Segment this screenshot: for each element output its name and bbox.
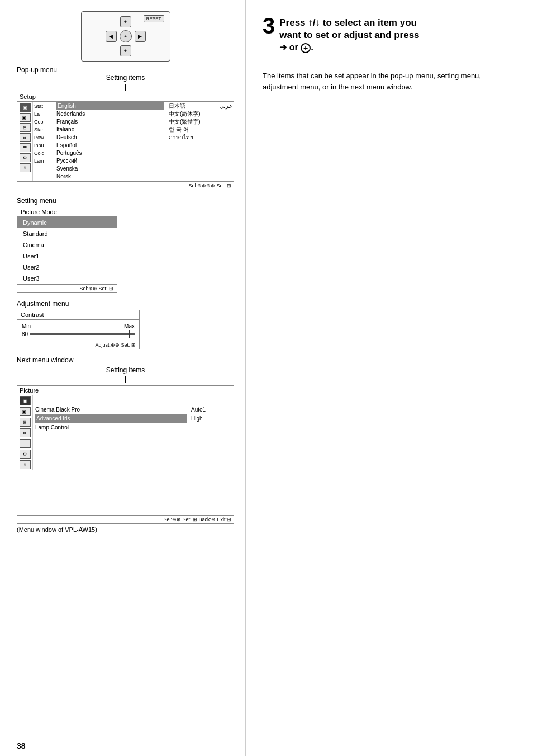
popup-menu-arabic: عربي: [206, 102, 234, 181]
step-body: The items that can be set appear in the …: [263, 70, 516, 92]
nm-icon-cursor: ⚙: [20, 450, 31, 459]
lang-chinese-traditional: 中文(繁體字): [169, 118, 203, 126]
adjustment-menu-body: Min Max 80: [17, 320, 139, 341]
popup-menu-content: ▣ ▣! ⊞ ⇔ ☰ ⚙ ℹ Stat La Coo Star Pow Inpu…: [17, 102, 234, 181]
heading-line1: Press ↑/↓ to select an item you: [279, 17, 417, 28]
setting-menu-footer: Sel:⊕⊕ Set: ⊞: [17, 284, 117, 292]
label-lam: Lam: [34, 157, 53, 165]
remote-box: RESET + ◀ + ▶ +: [81, 11, 170, 62]
icon-color: ☰: [20, 143, 31, 152]
popup-menu-items: English Nederlands Français Italiano Deu…: [54, 102, 166, 181]
setting-menu: Picture Mode Dynamic Standard Cinema Use…: [17, 207, 117, 293]
sm-item-user2: User2: [17, 262, 117, 273]
nm-icon-info: ℹ: [20, 460, 31, 469]
setting-items-indicator: [17, 84, 234, 91]
lang-english: English: [56, 102, 164, 110]
sm-item-standard: Standard: [17, 228, 117, 239]
label-cold: Cold: [34, 149, 53, 157]
heading-line2: want to set or adjust and press: [279, 30, 419, 40]
slider-value: 80: [22, 331, 28, 337]
nm-icon-picture2: ▣!: [20, 407, 31, 416]
nm-value-lamp-control: High: [191, 414, 231, 423]
popup-menu-right-langs: 日本語 中文(简体字) 中文(繁體字) 한 국 어 ภาษาไทย: [166, 102, 206, 181]
slider-track: [30, 333, 135, 335]
nm-icon-input: ⇔: [20, 428, 31, 437]
heading-period: .: [311, 42, 313, 53]
setting-menu-header: Picture Mode: [17, 207, 117, 217]
sm-item-cinema: Cinema: [17, 239, 117, 251]
nm-item-advanced-iris: Advanced Iris: [35, 414, 187, 423]
next-setting-items-label: Setting items: [17, 366, 234, 374]
max-label: Max: [124, 323, 135, 329]
dpad-center[interactable]: +: [120, 30, 132, 42]
slider-thumb: [129, 330, 130, 338]
next-menu-values: Auto1 High: [189, 395, 234, 470]
icon-input: ⇔: [20, 133, 31, 142]
popup-menu-icons: ▣ ▣! ⊞ ⇔ ☰ ⚙ ℹ: [17, 102, 33, 181]
sm-item-user3: User3: [17, 273, 117, 284]
next-menu-header: Picture: [17, 386, 234, 395]
dpad-up[interactable]: +: [120, 16, 131, 27]
label-coo: Coo: [34, 118, 53, 126]
next-menu-footer: Sel:⊕⊕ Set: ⊞ Back:⊕ Exit:⊞: [17, 515, 234, 523]
lang-arabic: عربي: [207, 102, 232, 110]
lang-norsk: Norsk: [56, 173, 164, 181]
lang-francais: Français: [56, 118, 164, 126]
remote-diagram: RESET + ◀ + ▶ +: [17, 11, 234, 62]
slider-row: 80: [22, 331, 135, 337]
setup-label: Setup: [20, 93, 36, 100]
step-number: 3: [263, 15, 275, 37]
adjustment-menu-header: Contrast: [17, 310, 139, 320]
min-label: Min: [22, 323, 31, 329]
right-column: 3 Press ↑/↓ to select an item you want t…: [246, 0, 533, 756]
heading-arrow: ➜ or: [279, 42, 301, 52]
next-setting-items-indicator: [17, 376, 234, 383]
next-menu-label: Next menu window: [17, 356, 234, 364]
nm-icon-screen: ⊞: [20, 418, 31, 427]
nm-icon-picture: ▣: [20, 396, 31, 405]
popup-menu-label: Pop-up menu: [17, 66, 234, 74]
label-inpu: Inpu: [34, 141, 53, 149]
label-la: La: [34, 110, 53, 118]
sm-item-dynamic: Dynamic: [17, 217, 117, 228]
popup-menu: Setup ▣ ▣! ⊞ ⇔ ☰ ⚙ ℹ Stat La Coo Star P: [17, 92, 234, 190]
label-star: Star: [34, 126, 53, 134]
icon-screen: ⊞: [20, 123, 31, 132]
page-number: 38: [17, 741, 26, 750]
lang-nederlands: Nederlands: [56, 110, 164, 118]
popup-menu-labels: Stat La Coo Star Pow Inpu Cold Lam: [33, 102, 54, 181]
lang-italiano: Italiano: [56, 126, 164, 134]
next-menu-items: Cinema Black Pro Advanced Iris Lamp Cont…: [33, 395, 189, 470]
dpad-right[interactable]: ▶: [135, 31, 146, 42]
icon-menu: ⚙: [20, 153, 31, 162]
icon-picture: ▣: [20, 103, 31, 112]
nm-value-advanced-iris: Auto1: [191, 405, 231, 414]
adjustment-menu-footer: Adjust:⊕⊕ Set: ⊞: [17, 341, 139, 349]
min-max-row: Min Max: [22, 323, 135, 329]
popup-menu-header: Setup: [17, 92, 234, 102]
next-menu-area: Next menu window Setting items Picture ▣…: [17, 356, 234, 533]
lang-svenska: Svenska: [56, 165, 164, 173]
icon-picture2: ▣!: [20, 113, 31, 122]
dpad: + ◀ + ▶ +: [104, 15, 147, 58]
lang-korean: 한 국 어: [169, 126, 203, 134]
next-menu-popup: Picture ▣ ▣! ⊞ ⇔ ☰ ⚙ ℹ Cinema Black Pro: [17, 385, 234, 524]
next-menu-content: ▣ ▣! ⊞ ⇔ ☰ ⚙ ℹ Cinema Black Pro Advanced…: [17, 395, 234, 470]
left-column: RESET + ◀ + ▶ + Pop-up menu Setting item…: [0, 0, 246, 756]
icon-cursor: ℹ: [20, 163, 31, 172]
dpad-left[interactable]: ◀: [106, 31, 117, 42]
lang-japanese: 日本語: [169, 102, 203, 110]
label-stat: Stat: [34, 102, 53, 110]
nm-item-lamp-control: Lamp Control: [35, 423, 187, 432]
setting-menu-label: Setting menu: [17, 197, 234, 205]
circle-plus-icon: +: [301, 43, 311, 53]
adjustment-menu-label: Adjustment menu: [17, 300, 234, 308]
lang-deutsch: Deutsch: [56, 134, 164, 141]
dpad-down[interactable]: +: [120, 45, 131, 56]
adjustment-menu: Contrast Min Max 80 Adjust:⊕⊕ Set: ⊞: [17, 310, 140, 349]
popup-menu-footer: Sel:⊕⊕⊕⊕ Set: ⊞: [17, 181, 234, 190]
nm-item-cinema-black: Cinema Black Pro: [35, 405, 187, 414]
lang-chinese-simplified: 中文(简体字): [169, 110, 203, 118]
sm-item-user1: User1: [17, 251, 117, 262]
nm-icon-menu: ☰: [20, 439, 31, 448]
